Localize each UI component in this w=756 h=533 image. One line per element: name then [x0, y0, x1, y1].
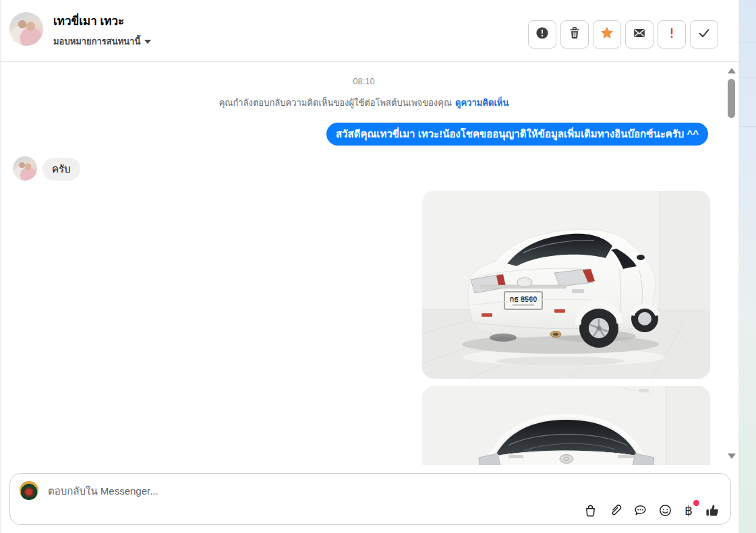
- payment-button[interactable]: ฿: [682, 502, 695, 518]
- reply-composer: ฿: [9, 473, 731, 525]
- contact-identity: เทวขี่เมา เทวะ มอบหมายการสนทนานี้: [53, 15, 151, 49]
- chat-scrollbar[interactable]: [726, 65, 737, 464]
- image-message-row: กธ 8560: [1, 181, 727, 379]
- conversation-toolbar: [528, 20, 718, 49]
- assign-conversation-menu[interactable]: มอบหมายการสนทนานี้: [53, 34, 151, 49]
- message-list: 08:10 คุณกำลังตอบกลับความคิดเห็นของผู้ใช…: [1, 63, 727, 465]
- report-button[interactable]: [528, 20, 556, 49]
- incoming-message-bubble: ครับ: [42, 158, 80, 181]
- star-button[interactable]: [593, 20, 621, 49]
- mark-done-button[interactable]: [690, 20, 718, 49]
- delete-button[interactable]: [560, 20, 589, 49]
- image-message-row: [1, 379, 727, 465]
- envelope-icon: [633, 26, 646, 42]
- flag-important-button[interactable]: [658, 20, 686, 49]
- car-photo-rear[interactable]: [422, 386, 710, 465]
- page-avatar: [20, 481, 38, 500]
- check-icon: [697, 26, 711, 42]
- contact-name: เทวขี่เมา เทวะ: [53, 15, 151, 28]
- exclamation-circle-icon: [535, 26, 549, 42]
- thumbs-up-icon[interactable]: [705, 503, 720, 518]
- conversation-header: เทวขี่เมา เทวะ มอบหมายการสนทนานี้: [1, 0, 738, 62]
- license-plate-text: กธ 8560: [510, 295, 537, 303]
- outgoing-message-bubble: สวัสดีคุณเทวขี่เมา เทวะ!น้องโชคขออนุญาติ…: [326, 123, 708, 146]
- contact-avatar-small[interactable]: [13, 156, 37, 181]
- saved-replies-icon[interactable]: [633, 503, 647, 518]
- messenger-inbox-window: เทวขี่เมา เทวะ มอบหมายการสนทนานี้: [0, 0, 756, 533]
- notification-dot: [693, 500, 699, 506]
- system-notice-text: คุณกำลังตอบกลับความคิดเห็นของผู้ใช้ต่อโพ…: [219, 98, 452, 108]
- emoji-icon[interactable]: [658, 503, 672, 518]
- exclamation-icon: [665, 26, 678, 42]
- scroll-up-arrow-icon[interactable]: [728, 68, 736, 73]
- outgoing-message-row: สวัสดีคุณเทวขี่เมา เทวะ!น้องโชคขออนุญาติ…: [1, 123, 727, 146]
- composer-actions: ฿: [583, 502, 720, 518]
- timestamp: 08:10: [1, 76, 727, 86]
- scroll-down-arrow-icon[interactable]: [728, 453, 736, 459]
- shopping-bag-icon[interactable]: [583, 503, 598, 518]
- mark-unread-button[interactable]: [625, 20, 653, 49]
- system-notice: คุณกำลังตอบกลับความคิดเห็นของผู้ใช้ต่อโพ…: [1, 96, 727, 110]
- incoming-message-row: ครับ: [1, 156, 727, 181]
- panel-divider: [739, 126, 756, 127]
- car-photo-rear-quarter[interactable]: กธ 8560: [422, 191, 710, 379]
- reply-input[interactable]: [48, 482, 466, 499]
- conversation-panel: เทวขี่เมา เทวะ มอบหมายการสนทนานี้: [0, 0, 738, 533]
- panel-divider: [739, 42, 756, 43]
- baht-icon: ฿: [685, 504, 693, 517]
- right-panel-edge: [738, 0, 756, 533]
- panel-divider: [739, 77, 756, 77]
- view-comment-link[interactable]: ดูความคิดเห็น: [455, 98, 508, 108]
- trash-icon: [568, 26, 581, 42]
- attachment-icon[interactable]: [608, 503, 622, 518]
- contact-avatar[interactable]: [9, 12, 43, 46]
- star-icon: [600, 26, 614, 43]
- chevron-down-icon: [144, 40, 151, 44]
- scrollbar-thumb[interactable]: [728, 79, 735, 118]
- assign-conversation-label: มอบหมายการสนทนานี้: [53, 34, 140, 49]
